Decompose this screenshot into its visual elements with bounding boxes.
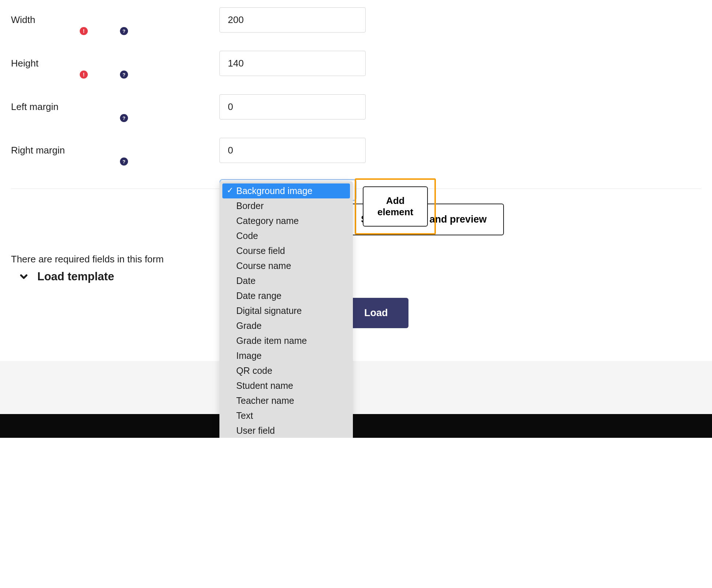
help-icon[interactable]: ? [120,71,128,79]
dropdown-item-student-name[interactable]: Student name [222,378,350,393]
height-input-col [219,51,366,76]
dropdown-item-date[interactable]: Date [222,273,350,288]
required-icon: ! [80,27,88,35]
right-margin-input-col [219,138,366,163]
form-container: Width ! ? Height ! ? Left margin ? Right [0,7,712,178]
add-element-button[interactable]: Add element [363,186,428,227]
dropdown-item-qr-code[interactable]: QR code [222,363,350,378]
width-label-col: Width ! ? [11,14,128,26]
dropdown-item-teacher-name[interactable]: Teacher name [222,393,350,408]
width-label: Width [11,14,35,26]
left-margin-input[interactable] [219,94,366,120]
right-margin-label: Right margin [11,145,65,156]
width-row: Width ! ? [11,7,701,33]
element-type-dropdown-menu: Background image Border Category name Co… [219,181,353,438]
help-icon[interactable]: ? [120,27,128,35]
left-margin-row: Left margin ? [11,94,701,120]
help-icon[interactable]: ? [120,114,128,122]
right-margin-label-col: Right margin ? [11,145,128,156]
width-input[interactable] [219,7,366,33]
right-margin-row: Right margin ? [11,138,701,163]
load-template-section-header[interactable]: Load template [0,270,712,298]
chevron-down-icon [18,271,29,282]
load-button[interactable]: Load [344,298,408,328]
dropdown-item-border[interactable]: Border [222,198,350,213]
dropdown-item-category-name[interactable]: Category name [222,213,350,228]
dropdown-item-digital-signature[interactable]: Digital signature [222,303,350,318]
dropdown-item-image[interactable]: Image [222,348,350,363]
help-icon[interactable]: ? [120,158,128,166]
dropdown-item-background-image[interactable]: Background image [222,183,350,198]
footer-dark [0,414,712,438]
add-element-highlight: Add element [355,178,436,235]
load-row: Load [0,298,712,328]
dropdown-item-text[interactable]: Text [222,408,350,423]
width-input-col [219,7,366,33]
footer-light [0,361,712,414]
dropdown-item-user-field[interactable]: User field [222,423,350,438]
left-margin-input-col [219,94,366,120]
left-margin-label: Left margin [11,101,59,113]
load-template-title: Load template [37,270,114,283]
dropdown-item-grade[interactable]: Grade [222,318,350,333]
left-margin-label-col: Left margin ? [11,101,128,113]
dropdown-item-course-field[interactable]: Course field [222,243,350,258]
dropdown-item-grade-item-name[interactable]: Grade item name [222,333,350,348]
dropdown-item-code[interactable]: Code [222,228,350,243]
dropdown-item-course-name[interactable]: Course name [222,258,350,273]
height-row: Height ! ? [11,51,701,76]
dropdown-item-date-range[interactable]: Date range [222,288,350,303]
required-icon: ! [80,71,88,79]
height-input[interactable] [219,51,366,76]
height-label-col: Height ! ? [11,58,128,69]
right-margin-input[interactable] [219,138,366,163]
height-label: Height [11,58,38,69]
required-fields-message: There are required fields in this form [0,254,712,265]
